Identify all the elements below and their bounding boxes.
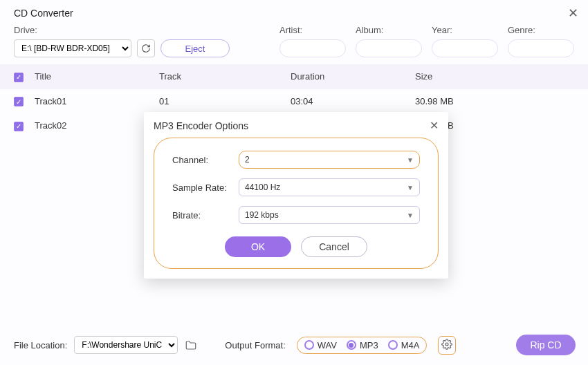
encoder-settings-button[interactable]: [438, 336, 456, 355]
cancel-button[interactable]: Cancel: [301, 236, 367, 257]
col-duration: Duration: [291, 71, 415, 82]
output-format-label: Output Format:: [225, 340, 285, 350]
chevron-down-icon: ▼: [407, 156, 414, 164]
year-input[interactable]: [432, 39, 498, 57]
row-checkbox[interactable]: ✓: [14, 97, 24, 106]
folder-icon: [185, 339, 197, 350]
format-option-wav[interactable]: WAV: [304, 340, 337, 350]
eject-button[interactable]: Eject: [160, 39, 230, 57]
dialog-title: MP3 Encoder Options: [154, 120, 248, 131]
chevron-down-icon: ▼: [407, 212, 414, 219]
sample-rate-select[interactable]: 44100 Hz ▼: [239, 178, 420, 196]
file-location-select[interactable]: F:\Wondershare UniConverter: [74, 336, 178, 354]
album-label: Album:: [356, 25, 422, 35]
chevron-down-icon: ▼: [407, 184, 414, 191]
album-input[interactable]: [356, 39, 422, 57]
ok-button[interactable]: OK: [225, 236, 291, 257]
gear-icon: [441, 339, 452, 350]
window-title: CD Converter: [14, 8, 73, 19]
encoder-options-dialog: MP3 Encoder Options ✕ Channel: 2 ▼ Sampl…: [144, 112, 448, 279]
close-icon[interactable]: ✕: [568, 6, 578, 21]
genre-input[interactable]: [508, 39, 574, 57]
bottom-bar: File Location: F:\Wondershare UniConvert…: [0, 328, 588, 365]
year-label: Year:: [432, 25, 498, 35]
artist-input[interactable]: [279, 39, 346, 57]
rip-cd-button[interactable]: Rip CD: [516, 335, 576, 355]
file-location-label: File Location:: [14, 340, 67, 350]
bitrate-select[interactable]: 192 kbps ▼: [239, 206, 420, 224]
channel-label: Channel:: [172, 155, 239, 165]
artist-label: Artist:: [279, 25, 346, 35]
cell-track: 01: [159, 96, 291, 106]
drive-label: Drive:: [14, 25, 230, 35]
titlebar: CD Converter ✕: [0, 0, 588, 24]
table-header: ✓ Title Track Duration Size: [0, 64, 588, 89]
sample-rate-label: Sample Rate:: [172, 182, 239, 193]
refresh-button[interactable]: [137, 39, 155, 57]
cell-title: Track01: [35, 96, 159, 106]
format-option-m4a[interactable]: M4A: [388, 340, 420, 350]
cell-title: Track02: [35, 120, 159, 131]
format-option-mp3[interactable]: MP3: [347, 340, 378, 350]
top-controls: Drive: E:\ [BD-RW BDR-XD05] Eject Artist…: [0, 24, 588, 64]
svg-point-0: [445, 343, 448, 346]
drive-select[interactable]: E:\ [BD-RW BDR-XD05]: [14, 39, 131, 57]
output-format-group: WAV MP3 M4A: [297, 337, 428, 354]
col-size: Size: [415, 71, 574, 82]
table-row[interactable]: ✓ Track01 01 03:04 30.98 MB: [0, 89, 588, 114]
genre-label: Genre:: [508, 25, 574, 35]
cell-size: 30.98 MB: [415, 96, 574, 106]
col-track: Track: [159, 71, 291, 82]
open-folder-button[interactable]: [185, 339, 197, 350]
select-all-checkbox[interactable]: ✓: [14, 73, 24, 82]
cell-duration: 03:04: [291, 96, 415, 106]
bitrate-label: Bitrate:: [172, 210, 239, 221]
refresh-icon: [141, 44, 151, 53]
dialog-close-icon[interactable]: ✕: [430, 119, 439, 132]
row-checkbox[interactable]: ✓: [14, 122, 24, 131]
col-title: Title: [35, 71, 159, 82]
channel-select[interactable]: 2 ▼: [239, 151, 420, 169]
